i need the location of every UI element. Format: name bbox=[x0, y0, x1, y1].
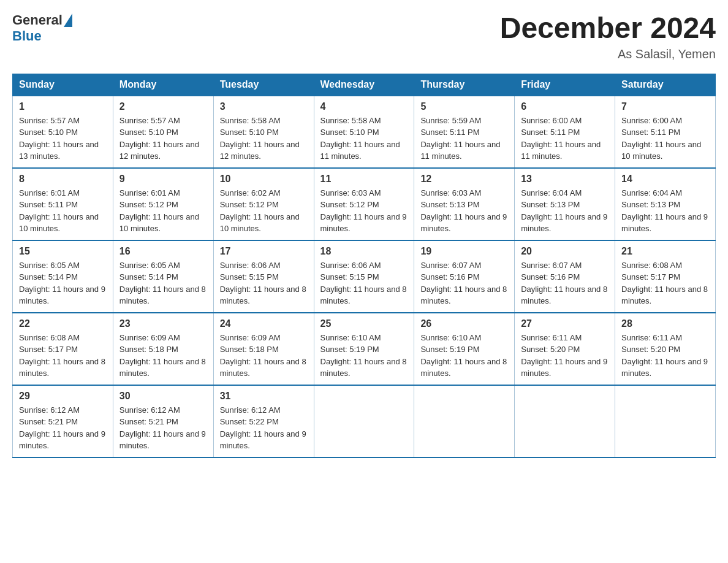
daylight-text: Daylight: 11 hours and 9 minutes. bbox=[521, 357, 607, 378]
day-info: Sunrise: 5:59 AM Sunset: 5:11 PM Dayligh… bbox=[420, 115, 508, 163]
daylight-text: Daylight: 11 hours and 10 minutes. bbox=[621, 140, 701, 161]
daylight-text: Daylight: 11 hours and 13 minutes. bbox=[19, 140, 99, 161]
calendar-header-sunday: Sunday bbox=[13, 74, 113, 96]
calendar-day-6: 6 Sunrise: 6:00 AM Sunset: 5:11 PM Dayli… bbox=[515, 96, 615, 168]
sunrise-text: Sunrise: 6:06 AM bbox=[320, 261, 381, 270]
sunrise-text: Sunrise: 6:03 AM bbox=[420, 188, 481, 197]
calendar-empty-cell bbox=[615, 385, 716, 458]
daylight-text: Daylight: 11 hours and 8 minutes. bbox=[420, 285, 507, 306]
daylight-text: Daylight: 11 hours and 8 minutes. bbox=[220, 357, 306, 378]
daylight-text: Daylight: 11 hours and 8 minutes. bbox=[420, 357, 507, 378]
calendar-day-16: 16 Sunrise: 6:05 AM Sunset: 5:14 PM Dayl… bbox=[113, 240, 213, 313]
calendar-day-30: 30 Sunrise: 6:12 AM Sunset: 5:21 PM Dayl… bbox=[113, 385, 213, 458]
calendar-week-row-3: 15 Sunrise: 6:05 AM Sunset: 5:14 PM Dayl… bbox=[13, 240, 716, 313]
day-number: 27 bbox=[521, 318, 609, 329]
day-number: 3 bbox=[220, 101, 308, 112]
daylight-text: Daylight: 11 hours and 11 minutes. bbox=[521, 140, 601, 161]
calendar-day-10: 10 Sunrise: 6:02 AM Sunset: 5:12 PM Dayl… bbox=[213, 168, 314, 240]
calendar-day-25: 25 Sunrise: 6:10 AM Sunset: 5:19 PM Dayl… bbox=[314, 313, 414, 385]
calendar-day-20: 20 Sunrise: 6:07 AM Sunset: 5:16 PM Dayl… bbox=[515, 240, 615, 313]
title-section: December 2024 As Salasil, Yemen bbox=[500, 12, 716, 61]
sunset-text: Sunset: 5:19 PM bbox=[320, 345, 379, 354]
day-number: 1 bbox=[19, 101, 107, 112]
calendar-header-thursday: Thursday bbox=[414, 74, 515, 96]
month-title: December 2024 bbox=[500, 12, 716, 45]
day-info: Sunrise: 6:12 AM Sunset: 5:21 PM Dayligh… bbox=[119, 404, 207, 452]
daylight-text: Daylight: 11 hours and 9 minutes. bbox=[220, 429, 306, 451]
page-header: General Blue December 2024 As Salasil, Y… bbox=[12, 12, 716, 61]
sunset-text: Sunset: 5:18 PM bbox=[220, 345, 279, 354]
daylight-text: Daylight: 11 hours and 9 minutes. bbox=[119, 429, 206, 451]
daylight-text: Daylight: 11 hours and 9 minutes. bbox=[320, 212, 407, 234]
sunrise-text: Sunrise: 6:00 AM bbox=[621, 116, 682, 125]
sunrise-text: Sunrise: 6:11 AM bbox=[621, 333, 682, 342]
day-number: 24 bbox=[220, 318, 308, 329]
sunset-text: Sunset: 5:16 PM bbox=[420, 272, 479, 282]
day-number: 28 bbox=[621, 318, 709, 329]
day-info: Sunrise: 6:08 AM Sunset: 5:17 PM Dayligh… bbox=[19, 332, 107, 380]
day-number: 5 bbox=[420, 101, 508, 112]
day-info: Sunrise: 6:07 AM Sunset: 5:16 PM Dayligh… bbox=[521, 259, 609, 307]
day-info: Sunrise: 5:58 AM Sunset: 5:10 PM Dayligh… bbox=[320, 115, 408, 163]
sunset-text: Sunset: 5:13 PM bbox=[420, 200, 479, 209]
day-info: Sunrise: 6:01 AM Sunset: 5:11 PM Dayligh… bbox=[19, 187, 107, 235]
day-number: 20 bbox=[521, 246, 609, 257]
day-info: Sunrise: 6:02 AM Sunset: 5:12 PM Dayligh… bbox=[220, 187, 308, 235]
calendar-header-wednesday: Wednesday bbox=[314, 74, 414, 96]
daylight-text: Daylight: 11 hours and 8 minutes. bbox=[119, 357, 206, 378]
daylight-text: Daylight: 11 hours and 9 minutes. bbox=[19, 429, 105, 451]
calendar-day-7: 7 Sunrise: 6:00 AM Sunset: 5:11 PM Dayli… bbox=[615, 96, 716, 168]
calendar-header-friday: Friday bbox=[515, 74, 615, 96]
calendar-day-19: 19 Sunrise: 6:07 AM Sunset: 5:16 PM Dayl… bbox=[414, 240, 515, 313]
sunset-text: Sunset: 5:14 PM bbox=[119, 272, 178, 282]
sunset-text: Sunset: 5:16 PM bbox=[521, 272, 580, 282]
daylight-text: Daylight: 11 hours and 10 minutes. bbox=[19, 212, 99, 234]
daylight-text: Daylight: 11 hours and 8 minutes. bbox=[521, 285, 607, 306]
day-info: Sunrise: 5:57 AM Sunset: 5:10 PM Dayligh… bbox=[19, 115, 107, 163]
day-number: 17 bbox=[220, 246, 308, 257]
calendar-day-27: 27 Sunrise: 6:11 AM Sunset: 5:20 PM Dayl… bbox=[515, 313, 615, 385]
sunrise-text: Sunrise: 6:06 AM bbox=[220, 261, 281, 270]
sunrise-text: Sunrise: 6:12 AM bbox=[19, 405, 80, 415]
sunset-text: Sunset: 5:10 PM bbox=[320, 128, 379, 137]
calendar-day-11: 11 Sunrise: 6:03 AM Sunset: 5:12 PM Dayl… bbox=[314, 168, 414, 240]
sunrise-text: Sunrise: 5:58 AM bbox=[220, 116, 281, 125]
sunrise-text: Sunrise: 6:01 AM bbox=[19, 188, 80, 197]
calendar-week-row-4: 22 Sunrise: 6:08 AM Sunset: 5:17 PM Dayl… bbox=[13, 313, 716, 385]
sunrise-text: Sunrise: 6:04 AM bbox=[621, 188, 682, 197]
day-number: 8 bbox=[19, 174, 107, 185]
calendar-day-18: 18 Sunrise: 6:06 AM Sunset: 5:15 PM Dayl… bbox=[314, 240, 414, 313]
calendar-table: SundayMondayTuesdayWednesdayThursdayFrid… bbox=[12, 74, 716, 458]
day-number: 13 bbox=[521, 174, 609, 185]
day-number: 31 bbox=[220, 391, 308, 402]
daylight-text: Daylight: 11 hours and 8 minutes. bbox=[119, 285, 206, 306]
day-number: 6 bbox=[521, 101, 609, 112]
calendar-day-22: 22 Sunrise: 6:08 AM Sunset: 5:17 PM Dayl… bbox=[13, 313, 113, 385]
daylight-text: Daylight: 11 hours and 8 minutes. bbox=[621, 285, 708, 306]
day-number: 7 bbox=[621, 101, 709, 112]
day-info: Sunrise: 6:11 AM Sunset: 5:20 PM Dayligh… bbox=[621, 332, 709, 380]
sunset-text: Sunset: 5:22 PM bbox=[220, 417, 279, 426]
calendar-day-17: 17 Sunrise: 6:06 AM Sunset: 5:15 PM Dayl… bbox=[213, 240, 314, 313]
day-number: 12 bbox=[420, 174, 508, 185]
sunset-text: Sunset: 5:17 PM bbox=[19, 345, 78, 354]
sunrise-text: Sunrise: 6:07 AM bbox=[420, 261, 481, 270]
day-info: Sunrise: 6:01 AM Sunset: 5:12 PM Dayligh… bbox=[119, 187, 207, 235]
sunrise-text: Sunrise: 6:03 AM bbox=[320, 188, 381, 197]
calendar-empty-cell bbox=[314, 385, 414, 458]
day-number: 26 bbox=[420, 318, 508, 329]
sunset-text: Sunset: 5:18 PM bbox=[119, 345, 178, 354]
daylight-text: Daylight: 11 hours and 8 minutes. bbox=[19, 357, 105, 378]
daylight-text: Daylight: 11 hours and 12 minutes. bbox=[220, 140, 300, 161]
day-info: Sunrise: 6:10 AM Sunset: 5:19 PM Dayligh… bbox=[420, 332, 508, 380]
sunset-text: Sunset: 5:10 PM bbox=[19, 128, 78, 137]
calendar-week-row-5: 29 Sunrise: 6:12 AM Sunset: 5:21 PM Dayl… bbox=[13, 385, 716, 458]
calendar-day-13: 13 Sunrise: 6:04 AM Sunset: 5:13 PM Dayl… bbox=[515, 168, 615, 240]
logo-triangle-icon bbox=[64, 13, 72, 27]
sunrise-text: Sunrise: 5:59 AM bbox=[420, 116, 481, 125]
calendar-day-21: 21 Sunrise: 6:08 AM Sunset: 5:17 PM Dayl… bbox=[615, 240, 716, 313]
daylight-text: Daylight: 11 hours and 9 minutes. bbox=[621, 212, 708, 234]
calendar-day-9: 9 Sunrise: 6:01 AM Sunset: 5:12 PM Dayli… bbox=[113, 168, 213, 240]
day-number: 15 bbox=[19, 246, 107, 257]
calendar-empty-cell bbox=[515, 385, 615, 458]
